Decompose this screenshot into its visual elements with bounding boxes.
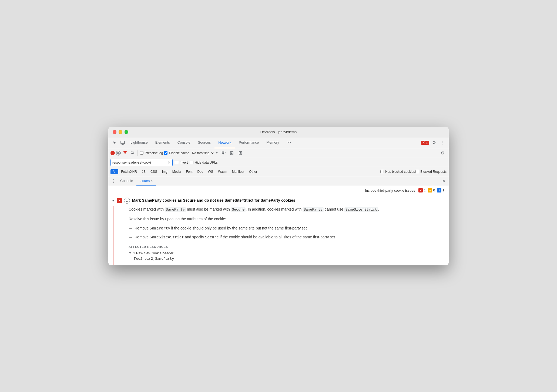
- devtools-body: Lighthouse Elements Console Sources Netw…: [108, 137, 449, 265]
- cursor-icon[interactable]: [110, 139, 119, 147]
- panel-tabs-more-icon[interactable]: ⋮: [110, 178, 117, 184]
- disable-cache-checkbox[interactable]: Disable cache: [164, 151, 189, 155]
- panel-close-button[interactable]: ✕: [441, 177, 447, 185]
- resource-label: 1 Raw Set-Cookie header: [133, 251, 173, 255]
- search-icon[interactable]: [129, 150, 135, 156]
- affected-resources-title: AFFECTED RESOURCES: [129, 245, 444, 248]
- inspector-icon[interactable]: [119, 139, 127, 147]
- minimize-button[interactable]: [119, 130, 122, 134]
- devtools-window: DevTools - jec.fyi/demo Lighthouse Eleme…: [108, 127, 449, 265]
- issue-header[interactable]: ▼ ✕ 1 Mark SameParty cookies as Secure a…: [108, 195, 449, 206]
- type-ws-button[interactable]: WS: [206, 169, 215, 174]
- code-sameparty-1: SameParty: [165, 207, 186, 212]
- title-bar: DevTools - jec.fyi/demo: [108, 127, 449, 137]
- issue-resolve-text: Resolve this issue by updating the attri…: [129, 216, 444, 222]
- filter-input[interactable]: [112, 161, 166, 164]
- panel-tabs: ⋮ Console Issues × ✕: [108, 176, 449, 186]
- tab-console-panel[interactable]: Console: [117, 176, 136, 186]
- settings-icon[interactable]: ⚙: [430, 139, 438, 147]
- code-sameparty-3: SameParty: [150, 226, 170, 230]
- issue-item: ▼ ✕ 1 Mark SameParty cookies as Secure a…: [108, 195, 449, 265]
- type-filter-bar: All Fetch/XHR JS CSS Img Media Font Doc: [108, 167, 449, 176]
- error-x-icon: ✕: [422, 141, 425, 144]
- code-secure-1: Secure: [231, 207, 246, 212]
- type-font-button[interactable]: Font: [184, 169, 194, 174]
- type-media-button[interactable]: Media: [170, 169, 183, 174]
- error-badge[interactable]: ✕ ✕ 1 1: [421, 141, 429, 145]
- tab-issues-panel[interactable]: Issues ×: [136, 176, 156, 186]
- close-button[interactable]: [113, 130, 116, 134]
- tab-performance[interactable]: Performance: [235, 137, 263, 148]
- resource-item[interactable]: ▼ 1 Raw Set-Cookie header: [129, 251, 444, 256]
- filter-bar: ✕ Invert Hide data URLs: [108, 158, 449, 167]
- error-count-icon: ✕: [418, 188, 423, 192]
- blocked-requests-input[interactable]: [415, 170, 419, 173]
- svg-point-1: [131, 151, 133, 154]
- type-css-button[interactable]: CSS: [148, 169, 159, 174]
- has-blocked-cookies-checkbox[interactable]: Has blocked cookies: [380, 170, 415, 174]
- hide-data-urls-checkbox[interactable]: Hide data URLs: [190, 161, 218, 164]
- third-party-checkbox[interactable]: Include third-party cookie issues: [360, 188, 415, 192]
- hide-data-urls-input[interactable]: [190, 161, 193, 164]
- type-img-button[interactable]: Img: [160, 169, 170, 174]
- maximize-button[interactable]: [125, 130, 128, 134]
- arrow-icon-2: →: [129, 234, 132, 241]
- third-party-input[interactable]: [360, 189, 363, 192]
- invert-checkbox[interactable]: Invert: [175, 161, 188, 164]
- filter-icon[interactable]: [122, 150, 128, 156]
- issues-toolbar: Include third-party cookie issues ✕ 1 ⚠ …: [108, 186, 449, 195]
- tab-console[interactable]: Console: [174, 137, 194, 148]
- issue-counts: ✕ 1 ⚠ 0 i 1: [418, 188, 444, 192]
- error-count-badge: ✕ 1: [418, 188, 426, 192]
- throttle-chevron-icon: ▼: [216, 151, 218, 154]
- window-title: DevTools - jec.fyi/demo: [260, 130, 297, 134]
- export-har-icon[interactable]: [237, 149, 244, 157]
- tabs-bar: Lighthouse Elements Console Sources Netw…: [108, 137, 449, 148]
- type-other-button[interactable]: Other: [247, 169, 259, 174]
- preserve-log-input[interactable]: [140, 151, 143, 155]
- type-js-button[interactable]: JS: [140, 169, 148, 174]
- more-icon[interactable]: ⋮: [439, 139, 447, 147]
- wifi-icon[interactable]: [219, 149, 227, 157]
- network-toolbar: ⬤ Preserve log Disable cache No throttli…: [108, 148, 449, 158]
- code-secure-2: Secure: [205, 235, 219, 239]
- warning-count-icon: ⚠: [428, 188, 432, 192]
- issue-bullet-2: → Remove SameSite=Strict and specify Sec…: [129, 234, 444, 241]
- filter-clear-icon[interactable]: ✕: [167, 161, 171, 164]
- type-fetch-xhr-button[interactable]: Fetch/XHR: [119, 169, 139, 174]
- svg-line-2: [133, 153, 134, 154]
- preserve-log-checkbox[interactable]: Preserve log: [140, 151, 163, 155]
- blocked-requests-checkbox[interactable]: Blocked Requests: [415, 170, 447, 174]
- issues-content: Include third-party cookie issues ✕ 1 ⚠ …: [108, 186, 449, 265]
- info-count-badge: i 1: [437, 188, 444, 192]
- resource-chevron-icon: ▼: [129, 251, 132, 255]
- has-blocked-cookies-input[interactable]: [380, 170, 384, 173]
- type-manifest-button[interactable]: Manifest: [230, 169, 246, 174]
- issues-tab-close-icon[interactable]: ×: [151, 179, 153, 183]
- tab-sources[interactable]: Sources: [194, 137, 215, 148]
- toolbar-divider: [137, 150, 138, 156]
- tab-network[interactable]: Network: [214, 137, 235, 148]
- network-settings-icon[interactable]: ⚙: [439, 149, 447, 157]
- issue-count-circle: 1: [124, 198, 130, 204]
- record-button[interactable]: [110, 151, 115, 155]
- issue-body: Cookies marked with SameParty must also …: [113, 206, 449, 265]
- tab-more[interactable]: >>: [283, 137, 294, 148]
- tab-lighthouse[interactable]: Lighthouse: [127, 137, 152, 148]
- type-wasm-button[interactable]: Wasm: [216, 169, 229, 174]
- stop-button[interactable]: ⬤: [116, 151, 121, 156]
- import-har-icon[interactable]: [228, 149, 236, 157]
- type-all-button[interactable]: All: [110, 169, 118, 174]
- disable-cache-input[interactable]: [164, 151, 167, 155]
- issue-bullet-1: → Remove SameParty if the cookie should …: [129, 225, 444, 232]
- tab-elements[interactable]: Elements: [152, 137, 174, 148]
- throttle-select[interactable]: No throttling: [190, 151, 214, 155]
- invert-input[interactable]: [175, 161, 178, 164]
- type-doc-button[interactable]: Doc: [195, 169, 205, 174]
- warning-count-badge: ⚠ 0: [428, 188, 435, 192]
- code-sameparty-2: SameParty: [303, 207, 324, 212]
- tab-memory[interactable]: Memory: [263, 137, 283, 148]
- issue-description: Cookies marked with SameParty must also …: [129, 206, 444, 213]
- issue-title: Mark SameParty cookies as Secure and do …: [132, 198, 295, 203]
- resource-value: Foo2=bar2;SameParty: [129, 257, 444, 261]
